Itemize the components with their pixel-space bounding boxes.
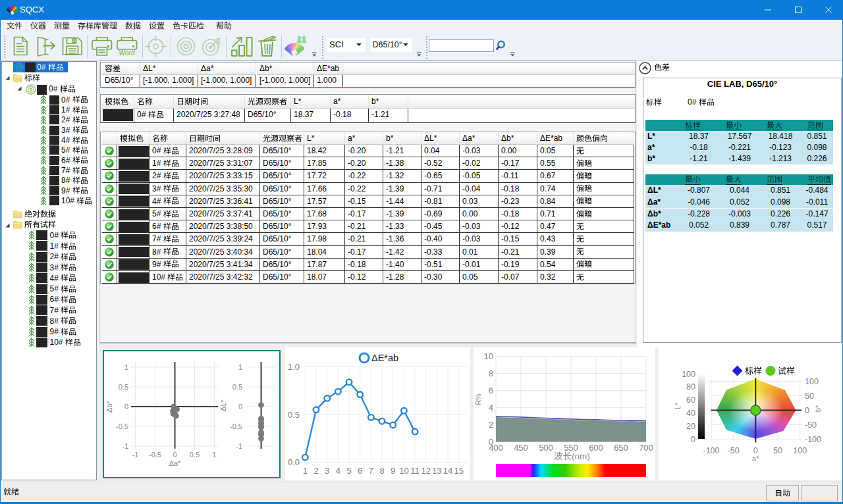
svg-text:-0.5: -0.5 (230, 422, 242, 430)
svg-text:2: 2 (489, 420, 493, 430)
svg-text:ΔL*: ΔL* (219, 399, 227, 411)
svg-text:3: 3 (325, 466, 329, 476)
svg-text:10: 10 (399, 466, 408, 476)
svg-text:1.0: 1.0 (288, 362, 300, 372)
svg-text:0.5: 0.5 (232, 383, 242, 391)
svg-text:0: 0 (173, 451, 177, 459)
svg-text:0.5: 0.5 (119, 383, 128, 391)
svg-text:1: 1 (303, 466, 308, 476)
svg-text:0: 0 (238, 403, 242, 411)
svg-text:-1: -1 (122, 442, 128, 450)
svg-text:(nm): (nm) (572, 451, 590, 461)
svg-text:5: 5 (346, 466, 351, 476)
svg-text:8: 8 (379, 466, 384, 476)
svg-text:1: 1 (212, 451, 216, 459)
svg-text:650: 650 (614, 443, 628, 453)
svg-text:4: 4 (336, 466, 340, 476)
svg-text:1: 1 (238, 363, 242, 371)
svg-text:2: 2 (313, 466, 318, 476)
svg-text:12: 12 (421, 466, 430, 476)
svg-text:-1: -1 (132, 451, 139, 459)
svg-text:0.5: 0.5 (190, 451, 200, 459)
svg-text:11: 11 (410, 466, 420, 476)
svg-text:-1: -1 (236, 442, 242, 450)
svg-text:4: 4 (489, 403, 493, 413)
svg-text:14: 14 (443, 466, 452, 476)
svg-text:13: 13 (432, 466, 441, 476)
svg-text:15: 15 (454, 466, 464, 476)
svg-text:ΔE*ab: ΔE*ab (371, 353, 398, 363)
svg-text:8: 8 (489, 368, 493, 378)
svg-text:-0.5: -0.5 (116, 422, 128, 430)
svg-text:R%: R% (474, 393, 482, 405)
svg-text:700: 700 (639, 443, 653, 453)
svg-text:10: 10 (484, 351, 493, 361)
svg-text:400: 400 (489, 443, 503, 453)
svg-text:6: 6 (489, 386, 493, 395)
svg-text:Δa*: Δa* (169, 459, 181, 467)
svg-text:7: 7 (369, 466, 373, 476)
svg-text:Δb*: Δb* (105, 400, 113, 412)
svg-text:9: 9 (391, 466, 395, 476)
svg-text:-0.5: -0.5 (149, 451, 161, 459)
svg-text:6: 6 (358, 466, 362, 476)
svg-text:600: 600 (589, 443, 603, 453)
svg-text:1: 1 (124, 363, 128, 371)
svg-text:Word: Word (119, 49, 135, 57)
svg-text:450: 450 (514, 443, 528, 453)
svg-text:0.5: 0.5 (288, 410, 300, 420)
svg-text:500: 500 (539, 443, 553, 453)
svg-text:0.0: 0.0 (288, 457, 300, 467)
svg-text:0: 0 (124, 403, 128, 411)
